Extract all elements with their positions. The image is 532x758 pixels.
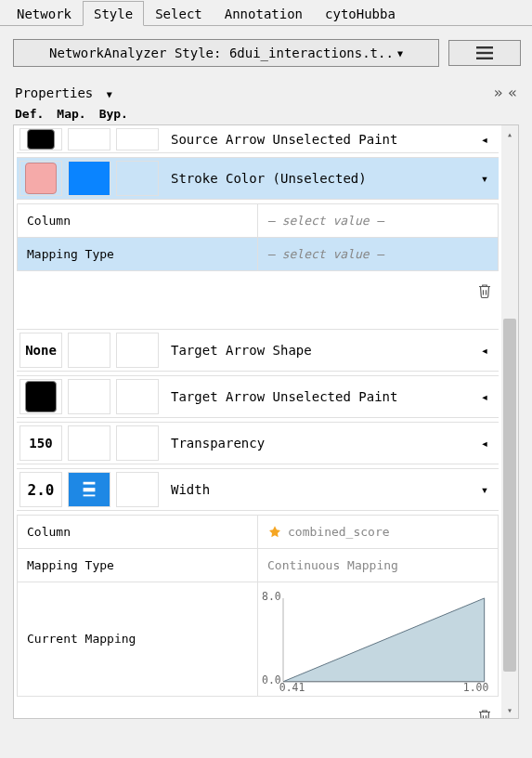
- trash-icon: [476, 707, 493, 718]
- ytick-min: 0.0: [262, 673, 281, 686]
- property-row-target-arrow-unselected-paint[interactable]: Target Arrow Unselected Paint ◂: [17, 375, 499, 418]
- def-swatch[interactable]: [19, 161, 62, 196]
- mapping-column-value[interactable]: — select value —: [258, 204, 499, 238]
- tab-cytohubba[interactable]: cytoHubba: [314, 1, 407, 26]
- property-row-width[interactable]: 2.0 Width ▾: [17, 468, 499, 511]
- mapping-column-name: combined_score: [288, 525, 390, 539]
- mapping-column-value[interactable]: combined_score: [258, 516, 499, 549]
- menu-icon: [476, 46, 493, 59]
- svg-rect-2: [476, 58, 493, 59]
- chevron-down-icon: ▼: [397, 48, 403, 59]
- delete-mapping-button[interactable]: [475, 706, 494, 718]
- svg-rect-0: [476, 46, 493, 48]
- def-value[interactable]: 150: [19, 425, 62, 461]
- delete-mapping-button[interactable]: [475, 281, 494, 301]
- property-row-stroke-color-unselected[interactable]: Stroke Color (Unselected) ▾: [17, 157, 499, 200]
- col-map: Map.: [57, 107, 85, 121]
- mapping-column-label: Column: [18, 516, 258, 549]
- mapping-type-value[interactable]: Continuous Mapping: [258, 549, 499, 582]
- map-cell[interactable]: [68, 333, 110, 368]
- scroll-down-icon[interactable]: ▾: [501, 701, 518, 718]
- mapping-column-label: Column: [18, 204, 258, 238]
- map-cell[interactable]: [68, 425, 110, 461]
- property-label: Target Arrow Shape: [162, 343, 471, 358]
- def-value[interactable]: 2.0: [19, 472, 62, 507]
- property-label: Stroke Color (Unselected): [162, 171, 471, 186]
- expand-arrow-icon[interactable]: ◂: [471, 125, 499, 160]
- byp-cell[interactable]: [116, 333, 159, 368]
- def-swatch[interactable]: [19, 379, 62, 414]
- tab-select[interactable]: Select: [144, 1, 214, 26]
- byp-cell[interactable]: [116, 472, 159, 507]
- expand-arrow-icon[interactable]: ◂: [471, 423, 499, 464]
- map-cell[interactable]: [68, 379, 110, 414]
- svg-rect-3: [84, 482, 96, 485]
- property-label: Transparency: [162, 436, 471, 451]
- svg-rect-5: [84, 495, 96, 497]
- map-cell[interactable]: [68, 472, 110, 507]
- style-selector-label: NetworkAnalyzer Style: 6dui_interactions…: [49, 46, 394, 60]
- def-value[interactable]: None: [19, 333, 62, 368]
- expand-arrow-icon[interactable]: ◂: [471, 376, 499, 417]
- expand-arrow-icon[interactable]: ◂: [471, 330, 499, 371]
- ytick-max: 8.0: [262, 590, 281, 603]
- scroll-up-icon[interactable]: ▴: [501, 125, 518, 142]
- def-swatch[interactable]: [19, 128, 62, 150]
- map-cell[interactable]: [68, 128, 110, 150]
- tab-annotation[interactable]: Annotation: [214, 1, 314, 26]
- svg-marker-6: [283, 598, 485, 682]
- svg-rect-4: [84, 488, 96, 491]
- property-row-transparency[interactable]: 150 Transparency ◂: [17, 422, 499, 464]
- property-label: Source Arrow Unselected Paint: [162, 132, 471, 147]
- trash-icon: [476, 281, 493, 300]
- property-row-source-arrow-unselected-paint[interactable]: Source Arrow Unselected Paint ◂: [17, 125, 499, 153]
- tab-style[interactable]: Style: [83, 1, 144, 26]
- property-label: Target Arrow Unselected Paint: [162, 389, 471, 404]
- mapping-editor-stroke-color: Column — select value — Mapping Type — s…: [17, 203, 499, 271]
- style-menu-button[interactable]: [448, 40, 521, 66]
- properties-dropdown[interactable]: Properties ▼: [15, 85, 112, 100]
- xtick-max: 1.00: [463, 681, 489, 693]
- mapping-type-label: Mapping Type: [18, 549, 258, 582]
- current-mapping-label: Current Mapping: [18, 582, 258, 697]
- main-tabs: Network Style Select Annotation cytoHubb…: [0, 0, 532, 26]
- mapping-editor-width: Column combined_score Mapping Type Conti…: [17, 515, 499, 697]
- svg-rect-1: [476, 52, 493, 54]
- vertical-scrollbar[interactable]: ▴ ▾: [501, 125, 518, 718]
- byp-cell[interactable]: [116, 161, 159, 196]
- property-row-target-arrow-shape[interactable]: None Target Arrow Shape ◂: [17, 329, 499, 372]
- collapse-all-icon[interactable]: «: [508, 84, 517, 101]
- collapse-arrow-icon[interactable]: ▾: [471, 469, 499, 510]
- mapping-type-label: Mapping Type: [18, 238, 258, 271]
- xtick-min: 0.41: [279, 681, 305, 693]
- byp-cell[interactable]: [116, 425, 159, 461]
- byp-cell[interactable]: [116, 128, 159, 150]
- col-def: Def.: [15, 107, 44, 121]
- scroll-thumb[interactable]: [503, 319, 516, 672]
- style-selector[interactable]: NetworkAnalyzer Style: 6dui_interactions…: [13, 39, 439, 67]
- map-cell[interactable]: [68, 161, 110, 196]
- col-byp: Byp.: [99, 107, 128, 121]
- properties-label: Properties: [15, 85, 93, 100]
- tab-network[interactable]: Network: [6, 1, 83, 26]
- mapping-type-value[interactable]: — select value —: [258, 238, 499, 271]
- width-mapping-icon: [79, 479, 99, 500]
- current-mapping-chart[interactable]: 8.0 0.0 0.41 1.00: [258, 582, 499, 697]
- collapse-arrow-icon[interactable]: ▾: [471, 158, 499, 199]
- expand-all-icon[interactable]: »: [494, 84, 503, 101]
- column-type-icon: [267, 525, 282, 540]
- byp-cell[interactable]: [116, 379, 159, 414]
- property-label: Width: [162, 482, 471, 497]
- properties-column-headers: Def. Map. Byp.: [13, 105, 519, 124]
